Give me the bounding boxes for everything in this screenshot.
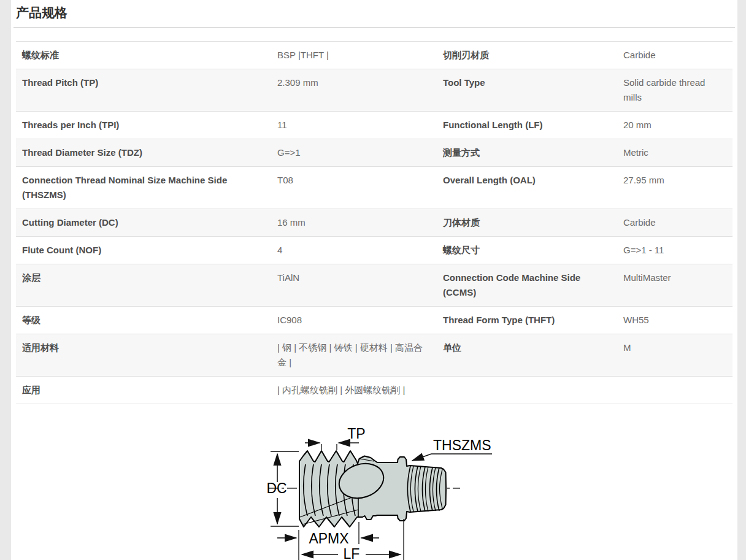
spec-row: Thread Pitch (TP) 2.309 mm Tool Type Sol… (16, 69, 733, 111)
spec-row: Cutting Diameter (DC) 16 mm 刀体材质 Carbide (16, 209, 733, 236)
spec-label: Thread Pitch (TP) (16, 69, 271, 111)
spec-label: 测量方式 (437, 139, 617, 166)
spec-label: Thread Form Type (THFT) (437, 307, 617, 334)
spec-value: BSP |THFT | (271, 42, 437, 69)
spec-label: 刀体材质 (437, 209, 617, 236)
lf-label: LF (344, 546, 360, 560)
spec-row: Thread Diameter Size (TDZ) G=>1 测量方式 Met… (16, 139, 733, 166)
spec-label: 切削刃材质 (437, 42, 617, 69)
spec-value: 27.95 mm (617, 167, 733, 209)
thszms-leader (412, 454, 492, 461)
spec-label: Functional Length (LF) (437, 112, 617, 139)
spec-value: 4 (271, 237, 437, 264)
spec-value: 2.309 mm (271, 69, 437, 111)
spec-value: TiAlN (271, 264, 437, 306)
product-spec-card: 产品规格 螺纹标准 BSP |THFT | 切削刃材质 Carbide Thre… (11, 0, 737, 560)
page: 产品规格 螺纹标准 BSP |THFT | 切削刃材质 Carbide Thre… (0, 0, 746, 560)
thszms-label: THSZMS (433, 437, 491, 453)
spec-row: 涂层 TiAlN Connection Code Machine Side (C… (16, 264, 733, 306)
spec-label: 应用 (16, 377, 271, 404)
spec-value: 11 (271, 112, 437, 139)
spec-value: Metric (617, 139, 733, 166)
dc-label: DC (266, 480, 286, 496)
spec-label: Tool Type (437, 69, 617, 111)
spec-value: | 内孔螺纹铣削 | 外圆螺纹铣削 | (271, 377, 437, 404)
spec-label: Threads per Inch (TPI) (16, 112, 271, 139)
spec-label: Flute Count (NOF) (16, 237, 271, 264)
spec-row: Threads per Inch (TPI) 11 Functional Len… (16, 111, 733, 139)
spec-label: 单位 (437, 334, 617, 376)
spec-value: | 钢 | 不锈钢 | 铸铁 | 硬材料 | 高温合金 | (271, 334, 437, 376)
spec-label: Overall Length (OAL) (437, 167, 617, 209)
spec-value: 16 mm (271, 209, 437, 236)
spec-value: G=>1 - 11 (617, 237, 733, 264)
spec-row: Flute Count (NOF) 4 螺纹尺寸 G=>1 - 11 (16, 236, 733, 264)
spec-value: Carbide (617, 209, 733, 236)
spec-value: Solid carbide thread mills (617, 69, 733, 111)
apmx-label: APMX (309, 531, 348, 547)
tool-diagram: DC TP THSZMS APMX LF (264, 423, 503, 560)
spec-row: Connection Thread Nominal Size Machine S… (16, 166, 733, 209)
spec-label: Cutting Diameter (DC) (16, 209, 271, 236)
spec-value: M (617, 334, 733, 376)
spec-label: 螺纹标准 (16, 42, 271, 69)
spec-value: G=>1 (271, 139, 437, 166)
spec-value (617, 377, 733, 404)
spec-label: 适用材料 (16, 334, 271, 376)
spec-label (437, 377, 617, 404)
spec-row: 等级 IC908 Thread Form Type (THFT) WH55 (16, 306, 733, 334)
spec-value: 20 mm (617, 112, 733, 139)
spec-label: Thread Diameter Size (TDZ) (16, 139, 271, 166)
tp-label: TP (347, 426, 365, 442)
spec-label: 涂层 (16, 264, 271, 306)
spec-label: Connection Code Machine Side (CCMS) (437, 264, 617, 306)
spec-value: IC908 (271, 307, 437, 334)
spec-value: T08 (271, 167, 437, 209)
spec-label: 等级 (16, 307, 271, 334)
spec-value: MultiMaster (617, 264, 733, 306)
page-title: 产品规格 (13, 0, 735, 28)
spec-row: 螺纹标准 BSP |THFT | 切削刃材质 Carbide (16, 41, 733, 69)
spec-row: 适用材料 | 钢 | 不锈钢 | 铸铁 | 硬材料 | 高温合金 | 单位 M (16, 334, 733, 376)
spec-value: Carbide (617, 42, 733, 69)
spec-label: 螺纹尺寸 (437, 237, 617, 264)
spec-label: Connection Thread Nominal Size Machine S… (16, 167, 271, 209)
spec-table: 螺纹标准 BSP |THFT | 切削刃材质 Carbide Thread Pi… (16, 41, 733, 404)
spec-row: 应用 | 内孔螺纹铣削 | 外圆螺纹铣削 | (16, 376, 733, 404)
tp-tick (321, 444, 337, 450)
spec-value: WH55 (617, 307, 733, 334)
